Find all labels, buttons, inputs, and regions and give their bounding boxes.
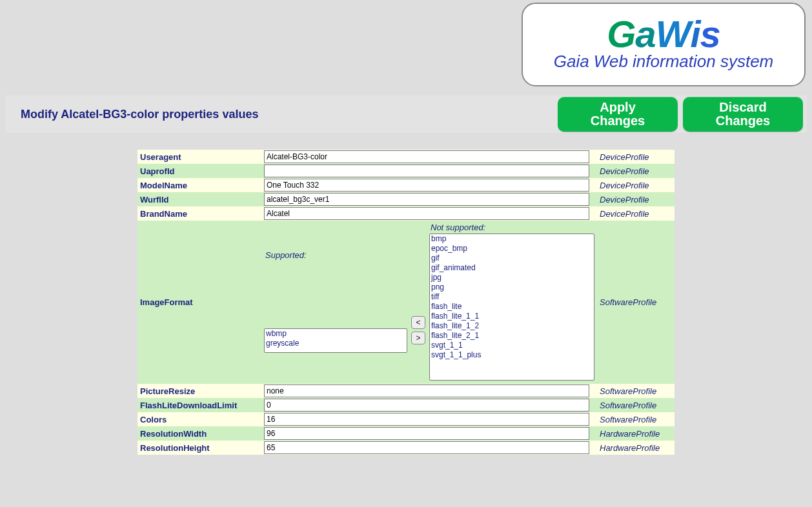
property-label: Colors xyxy=(137,412,261,426)
properties-table: UseragentDeviceProfileUaprofIdDeviceProf… xyxy=(137,150,675,455)
property-value-cell xyxy=(261,150,597,164)
move-right-button[interactable]: > xyxy=(411,332,425,344)
header-bar: Modify Alcatel-BG3-color properties valu… xyxy=(5,95,807,133)
property-category: HardwareProfile xyxy=(597,426,675,441)
property-value-cell xyxy=(261,398,597,412)
property-category: DeviceProfile xyxy=(597,150,675,164)
property-label: ModelName xyxy=(137,178,261,192)
property-value-cell xyxy=(261,412,597,426)
property-row: BrandNameDeviceProfile xyxy=(137,206,675,221)
property-label: FlashLiteDownloadLimit xyxy=(137,398,261,412)
property-category: HardwareProfile xyxy=(597,441,675,455)
property-category: SoftwareProfile xyxy=(597,398,675,412)
logo-char: G xyxy=(607,15,635,53)
property-category: DeviceProfile xyxy=(597,164,675,178)
property-label: ResolutionHeight xyxy=(137,441,261,455)
property-label: UaprofId xyxy=(137,164,261,178)
property-input[interactable] xyxy=(264,150,589,163)
property-label: PictureResize xyxy=(137,384,261,398)
property-category: SoftwareProfile xyxy=(597,221,675,384)
property-label: Useragent xyxy=(137,150,261,164)
property-row: ImageFormatSupported:wbmpgreyscale<>Not … xyxy=(137,221,675,384)
property-value-cell: Supported:wbmpgreyscale<>Not supported:b… xyxy=(261,221,597,384)
property-value-cell xyxy=(261,441,597,455)
logo-subtitle: Gaia Web information system xyxy=(554,52,774,72)
apply-changes-button[interactable]: Apply Changes xyxy=(558,97,678,132)
move-left-button[interactable]: < xyxy=(411,316,425,329)
property-row: UaprofIdDeviceProfile xyxy=(137,164,675,178)
property-row: WurflIdDeviceProfile xyxy=(137,192,675,206)
supported-list[interactable]: wbmpgreyscale xyxy=(264,328,407,353)
logo-char: a xyxy=(635,15,655,53)
property-label: ResolutionWidth xyxy=(137,426,261,441)
property-input[interactable] xyxy=(264,164,589,177)
property-input[interactable] xyxy=(264,399,589,412)
logo-wordmark: G a W i s xyxy=(607,15,720,53)
property-row: UseragentDeviceProfile xyxy=(137,150,675,164)
not-supported-list[interactable]: bmpepoc_bmpgifgif_animatedjpgpngtiffflas… xyxy=(429,234,594,381)
property-category: DeviceProfile xyxy=(597,178,675,192)
property-value-cell xyxy=(261,426,597,441)
property-label: BrandName xyxy=(137,206,261,221)
property-value-cell xyxy=(261,384,597,398)
property-row: PictureResizeSoftwareProfile xyxy=(137,384,675,398)
property-label: WurflId xyxy=(137,192,261,206)
logo-char: W xyxy=(656,15,691,53)
not-supported-label: Not supported: xyxy=(429,223,594,232)
property-label: ImageFormat xyxy=(137,221,261,384)
property-value-cell xyxy=(261,164,597,178)
property-input[interactable] xyxy=(264,179,589,192)
property-row: ResolutionHeightHardwareProfile xyxy=(137,441,675,455)
property-value-cell xyxy=(261,206,597,221)
property-row: ModelNameDeviceProfile xyxy=(137,178,675,192)
property-input[interactable] xyxy=(264,427,589,440)
property-input[interactable] xyxy=(264,207,589,220)
property-value-cell xyxy=(261,178,597,192)
property-input[interactable] xyxy=(264,193,589,206)
discard-changes-button[interactable]: Discard Changes xyxy=(683,97,803,132)
logo-char: s xyxy=(700,15,720,53)
property-category: SoftwareProfile xyxy=(597,384,675,398)
page-title: Modify Alcatel-BG3-color properties valu… xyxy=(21,108,553,121)
property-input[interactable] xyxy=(264,413,589,426)
logo-char: i xyxy=(690,15,700,53)
logo-panel: G a W i s Gaia Web information system xyxy=(522,3,806,86)
property-row: ResolutionWidthHardwareProfile xyxy=(137,426,675,441)
property-row: ColorsSoftwareProfile xyxy=(137,412,675,426)
property-input[interactable] xyxy=(264,441,589,454)
property-category: SoftwareProfile xyxy=(597,412,675,426)
property-value-cell xyxy=(261,192,597,206)
property-category: DeviceProfile xyxy=(597,192,675,206)
supported-label: Supported: xyxy=(264,250,407,260)
property-row: FlashLiteDownloadLimitSoftwareProfile xyxy=(137,398,675,412)
property-category: DeviceProfile xyxy=(597,206,675,221)
property-input[interactable] xyxy=(264,384,589,397)
